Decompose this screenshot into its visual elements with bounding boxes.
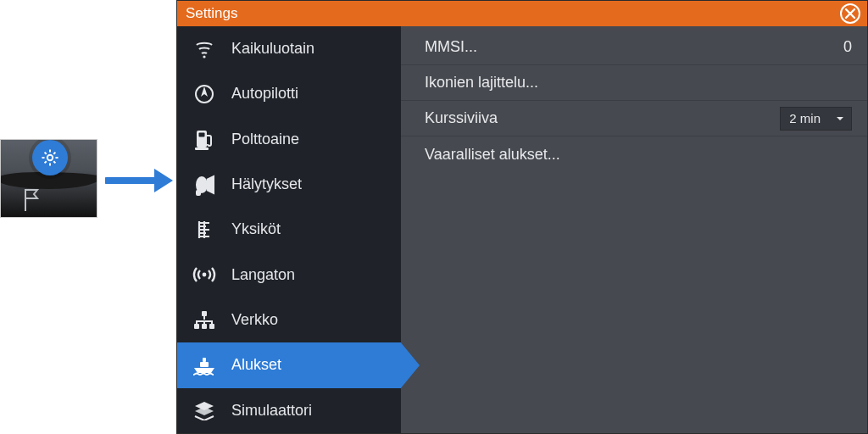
svg-point-3 bbox=[203, 55, 205, 58]
sidebar-item-sonar[interactable]: Kaikuluotain bbox=[177, 26, 401, 71]
sidebar-item-wireless[interactable]: Langaton bbox=[177, 253, 401, 298]
autopilot-icon bbox=[191, 81, 218, 108]
sidebar-item-label: Verkko bbox=[231, 311, 278, 329]
sidebar-item-label: Alukset bbox=[231, 356, 281, 374]
course-line-select[interactable]: 2 min bbox=[780, 107, 852, 131]
svg-rect-11 bbox=[202, 311, 207, 316]
chevron-down-icon bbox=[836, 114, 844, 123]
svg-point-0 bbox=[47, 155, 53, 160]
arrow-right-icon bbox=[105, 166, 173, 195]
sidebar-item-label: Autopilotti bbox=[231, 85, 298, 103]
svg-rect-13 bbox=[202, 324, 207, 329]
network-icon bbox=[191, 307, 218, 334]
row-label: Ikonien lajittelu... bbox=[425, 74, 538, 92]
units-icon bbox=[191, 216, 218, 243]
content-panel: MMSI... 0 Ikonien lajittelu... Kurssivii… bbox=[401, 26, 867, 433]
sidebar: Kaikuluotain Autopilotti Polttoaine bbox=[177, 26, 401, 433]
sidebar-item-label: Polttoaine bbox=[231, 131, 299, 148]
sidebar-item-fuel[interactable]: Polttoaine bbox=[177, 117, 401, 162]
window-title: Settings bbox=[186, 5, 237, 22]
titlebar: Settings bbox=[177, 1, 867, 26]
sidebar-item-autopilot[interactable]: Autopilotti bbox=[177, 71, 401, 116]
settings-gear-button[interactable] bbox=[32, 140, 68, 175]
window-body: Kaikuluotain Autopilotti Polttoaine bbox=[177, 26, 867, 433]
simulator-icon bbox=[191, 397, 218, 424]
row-dangerous-vessels[interactable]: Vaaralliset alukset... bbox=[401, 136, 867, 172]
sidebar-item-label: Yksiköt bbox=[231, 220, 281, 238]
svg-rect-16 bbox=[203, 358, 206, 362]
sidebar-item-label: Kaikuluotain bbox=[231, 40, 314, 58]
vessels-icon bbox=[191, 352, 218, 379]
source-thumbnail bbox=[0, 139, 97, 218]
sidebar-item-simulator[interactable]: Simulaattori bbox=[177, 388, 401, 433]
svg-rect-14 bbox=[209, 324, 214, 329]
svg-rect-15 bbox=[200, 362, 209, 367]
sonar-icon bbox=[191, 36, 218, 63]
close-button[interactable] bbox=[840, 3, 860, 24]
sidebar-item-network[interactable]: Verkko bbox=[177, 298, 401, 342]
sidebar-item-alarms[interactable]: Hälytykset bbox=[177, 162, 401, 207]
row-label: Kurssiviiva bbox=[425, 109, 498, 127]
row-course-line[interactable]: Kurssiviiva 2 min bbox=[401, 101, 867, 136]
settings-window: Settings Kaikuluotain Autopilotti bbox=[176, 0, 868, 434]
sidebar-item-label: Simulaattori bbox=[231, 402, 312, 420]
row-mmsi[interactable]: MMSI... 0 bbox=[401, 30, 867, 65]
close-icon bbox=[844, 8, 856, 19]
row-icon-sort[interactable]: Ikonien lajittelu... bbox=[401, 65, 867, 101]
svg-rect-7 bbox=[195, 147, 209, 150]
gear-icon bbox=[40, 147, 60, 168]
sidebar-item-vessels[interactable]: Alukset bbox=[177, 342, 401, 387]
sidebar-item-label: Hälytykset bbox=[231, 175, 302, 193]
row-label: Vaaralliset alukset... bbox=[425, 146, 560, 164]
flag-icon bbox=[22, 187, 44, 216]
sidebar-item-label: Langaton bbox=[231, 266, 295, 284]
svg-point-10 bbox=[203, 273, 207, 277]
row-value: 0 bbox=[843, 38, 852, 56]
row-label: MMSI... bbox=[425, 38, 477, 56]
svg-rect-6 bbox=[199, 133, 205, 137]
svg-marker-2 bbox=[154, 169, 173, 192]
fuel-icon bbox=[191, 125, 218, 153]
alarm-icon bbox=[191, 171, 218, 198]
svg-rect-9 bbox=[197, 191, 200, 195]
wireless-icon bbox=[191, 261, 218, 288]
svg-rect-12 bbox=[194, 324, 199, 329]
select-value: 2 min bbox=[789, 111, 821, 125]
sidebar-item-units[interactable]: Yksiköt bbox=[177, 207, 401, 252]
